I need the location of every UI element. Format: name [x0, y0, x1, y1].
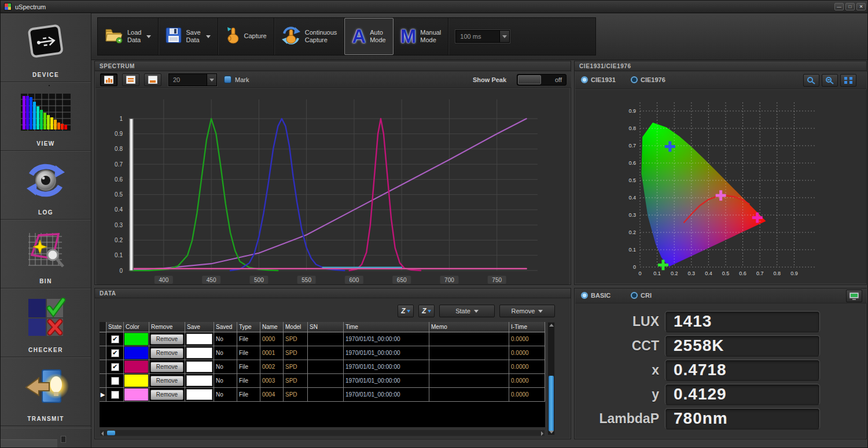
close-button[interactable]: ✕: [856, 3, 866, 10]
manual-mode-button[interactable]: M Manual Mode: [393, 18, 449, 55]
save-data-label: Save Data: [186, 29, 200, 44]
cie1931-radio[interactable]: CIE1931: [581, 76, 616, 83]
horizontal-scroll-thumb[interactable]: [107, 431, 115, 435]
column-header-itime[interactable]: I-Time: [509, 322, 545, 332]
fit-view-button[interactable]: [840, 74, 856, 87]
horizontal-scrollbar[interactable]: [100, 430, 545, 436]
svg-text:0.2: 0.2: [628, 229, 636, 235]
load-data-label: Load Data: [127, 29, 141, 44]
integration-time-select[interactable]: 100 ms: [455, 30, 510, 43]
state-dropdown-button[interactable]: State: [439, 305, 495, 317]
remove-button[interactable]: Remove: [150, 376, 183, 386]
sidebar-item-log[interactable]: LOG: [1, 151, 91, 220]
column-header-name[interactable]: Name: [260, 322, 284, 332]
remove-button[interactable]: Remove: [150, 362, 183, 372]
reading-label: LUX: [578, 314, 665, 329]
column-header-remove[interactable]: Remove: [149, 322, 185, 332]
auto-mode-button[interactable]: A Auto Mode: [344, 18, 393, 55]
export-button[interactable]: [846, 290, 862, 302]
mark-icon[interactable]: [224, 76, 231, 83]
column-header-model[interactable]: Model: [284, 322, 308, 332]
state-checkbox[interactable]: [111, 377, 119, 385]
chevron-down-icon: [474, 310, 479, 313]
scroll-right-icon[interactable]: [541, 431, 543, 436]
remove-button[interactable]: Remove: [150, 334, 183, 345]
cell-remove: Remove: [149, 388, 185, 402]
svg-text:0: 0: [633, 264, 636, 270]
state-checkbox[interactable]: ✔: [111, 363, 119, 371]
save-data-button[interactable]: Save Data: [159, 18, 218, 55]
cell-state: [106, 374, 124, 388]
cell-save: [185, 374, 214, 388]
sidebar-item-device[interactable]: DEVICE: [1, 13, 91, 82]
sidebar-item-checker[interactable]: CHECKER: [1, 288, 91, 357]
sidebar-item-view[interactable]: VIEW: [1, 82, 91, 151]
continuous-capture-button[interactable]: Continuous Capture: [274, 18, 345, 55]
state-checkbox[interactable]: [111, 391, 119, 399]
save-cell-button[interactable]: [186, 334, 212, 345]
scroll-up-icon[interactable]: [549, 324, 554, 327]
show-peak-toggle[interactable]: off: [517, 74, 567, 86]
minimize-button[interactable]: —: [834, 3, 844, 10]
capture-button[interactable]: Capture: [218, 18, 274, 55]
sort-glyph: Z: [422, 307, 426, 315]
sort-ascending-button[interactable]: Z: [398, 305, 414, 317]
state-checkbox[interactable]: ✔: [111, 349, 119, 357]
remove-dropdown-button[interactable]: Remove: [499, 305, 555, 317]
remove-button[interactable]: Remove: [150, 390, 183, 400]
basic-tab-radio[interactable]: BASIC: [581, 292, 610, 299]
column-header-color[interactable]: Color: [124, 322, 149, 332]
cri-tab-radio[interactable]: CRI: [631, 292, 652, 299]
cell-state: ✔: [106, 360, 124, 374]
vertical-scroll-thumb[interactable]: [549, 376, 554, 431]
column-header-memo[interactable]: Memo: [429, 322, 509, 332]
cell-memo: [429, 388, 509, 402]
cie-panel-title: CIE1931/CIE1976: [579, 63, 631, 69]
cell-color: [124, 346, 149, 360]
state-checkbox[interactable]: ✔: [111, 335, 119, 343]
scroll-left-icon[interactable]: [101, 431, 104, 436]
save-cell-button[interactable]: [186, 389, 212, 400]
save-cell-button[interactable]: [186, 361, 212, 372]
zoom-out-button[interactable]: [822, 74, 838, 87]
zoom-in-button[interactable]: [803, 74, 819, 87]
table-header-row: StateColorRemoveSaveSavedTypeNameModelSN…: [100, 322, 545, 332]
vertical-scrollbar[interactable]: [547, 322, 555, 435]
toolbar-strip: Load Data Save Data Capture C: [97, 17, 596, 55]
smoothing-select[interactable]: 20: [168, 73, 217, 86]
cie1976-radio[interactable]: CIE1976: [631, 76, 665, 83]
save-cell-button[interactable]: [186, 375, 212, 386]
row-marker-header: [100, 322, 106, 332]
maximize-button[interactable]: □: [845, 3, 855, 10]
column-header-saved[interactable]: Saved: [214, 322, 237, 332]
cie-panel: CIE1931/CIE1976 CIE1931 CIE1976: [574, 61, 867, 285]
cell-name: 0000: [260, 332, 284, 346]
save-cell-button[interactable]: [186, 347, 212, 358]
chart-view-2-button[interactable]: [122, 73, 139, 86]
sort-descending-button[interactable]: Z: [418, 305, 435, 317]
chart-view-1-button[interactable]: [100, 73, 117, 86]
chart-view-3-button[interactable]: [144, 73, 161, 86]
auto-mode-icon: A: [352, 25, 366, 47]
column-header-time[interactable]: Time: [344, 322, 429, 332]
spectrum-panel-title: SPECTRUM: [100, 63, 135, 69]
row-marker-cell: ▶: [100, 388, 106, 402]
svg-text:700: 700: [444, 277, 454, 283]
sidebar-item-bin[interactable]: BIN: [1, 220, 91, 288]
cursor-bar[interactable]: [129, 119, 133, 271]
remove-button[interactable]: Remove: [150, 348, 183, 358]
scroll-down-icon[interactable]: [549, 431, 554, 434]
cell-saved: No: [214, 374, 237, 388]
column-header-sn[interactable]: SN: [308, 322, 344, 332]
sidebar-item-label: LOG: [38, 209, 53, 216]
cell-time: 1970/01/01_00:00:00: [344, 360, 429, 374]
column-header-save[interactable]: Save: [185, 322, 214, 332]
column-header-state[interactable]: State: [106, 322, 124, 332]
mark-label: Mark: [235, 76, 249, 83]
capture-hand-icon: [225, 26, 240, 47]
svg-text:500: 500: [254, 277, 264, 283]
log-sync-icon: [1, 151, 91, 209]
sidebar-item-transmit[interactable]: TRANSMIT: [1, 357, 91, 426]
load-data-button[interactable]: Load Data: [98, 18, 159, 55]
column-header-type[interactable]: Type: [237, 322, 260, 332]
